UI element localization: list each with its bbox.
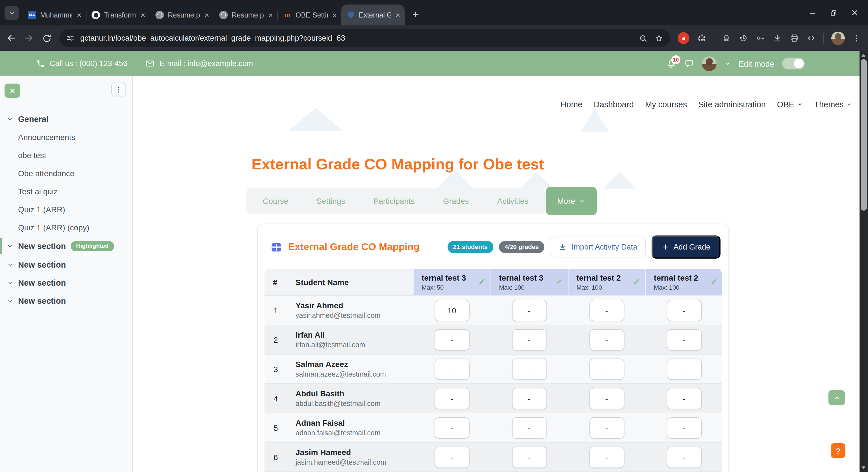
tab-course[interactable]: Course: [249, 197, 302, 205]
grade-input[interactable]: [666, 417, 702, 438]
sitemap-icon[interactable]: [722, 33, 731, 43]
sidebar-item[interactable]: Quiz 1 (ARR) (copy): [0, 218, 132, 237]
nav-link-my-courses[interactable]: My courses: [645, 100, 687, 109]
sidebar-item[interactable]: Announcements: [0, 128, 132, 146]
grade-input[interactable]: [434, 417, 469, 438]
sidebar-item[interactable]: Obe attendance: [0, 164, 132, 182]
tab-close-icon[interactable]: [268, 12, 274, 18]
grade-input[interactable]: [666, 358, 702, 380]
page-scrollbar[interactable]: [860, 51, 868, 472]
grade-input[interactable]: [589, 358, 624, 380]
tab-close-icon[interactable]: [204, 12, 210, 18]
minimize-icon[interactable]: [809, 9, 816, 16]
bookmark-star-icon[interactable]: [654, 34, 663, 43]
chevron-down-icon[interactable]: [7, 116, 13, 123]
grade-input[interactable]: [434, 329, 469, 350]
scrollbar-up-arrow[interactable]: [861, 54, 866, 57]
grade-input[interactable]: [512, 358, 547, 380]
sidebar-section[interactable]: General: [0, 110, 132, 128]
edit-grade-column-icon[interactable]: [556, 278, 563, 285]
extensions-icon[interactable]: [697, 33, 706, 43]
user-menu-chevron-icon[interactable]: [724, 60, 731, 67]
nav-link-dashboard[interactable]: Dashboard: [594, 100, 634, 109]
grade-input[interactable]: [666, 329, 702, 350]
messages-icon[interactable]: [684, 59, 694, 68]
url-text[interactable]: gctanur.in/local/obe_autocalculator/exte…: [80, 34, 633, 42]
edit-grade-column-icon[interactable]: [710, 278, 718, 285]
site-settings-icon[interactable]: [66, 34, 74, 42]
tab-search-button[interactable]: [4, 6, 19, 20]
notifications-bell-icon[interactable]: 10: [666, 59, 676, 69]
printer-icon[interactable]: [789, 33, 799, 43]
browser-tab[interactable]: OBE Settings for BCA: [278, 4, 341, 25]
tab-close-icon[interactable]: [332, 12, 337, 18]
chevron-down-icon[interactable]: [7, 261, 13, 268]
chevron-down-icon[interactable]: [7, 297, 13, 304]
help-button[interactable]: ?: [831, 443, 845, 458]
sidebar-item[interactable]: obe test: [0, 146, 132, 164]
history-icon[interactable]: [739, 33, 748, 43]
import-activity-data-button[interactable]: Import Activity Data: [550, 237, 646, 258]
key-icon[interactable]: [755, 33, 765, 43]
grade-input[interactable]: [512, 329, 547, 350]
grade-input[interactable]: [512, 417, 547, 438]
sidebar-section[interactable]: New section: [0, 274, 132, 292]
close-window-icon[interactable]: [850, 8, 859, 17]
address-bar[interactable]: gctanur.in/local/obe_autocalculator/exte…: [59, 29, 670, 47]
add-grade-button[interactable]: Add Grade: [651, 235, 720, 259]
browser-tab[interactable]: External Grade CO Ma: [341, 4, 405, 25]
grade-input[interactable]: [589, 446, 624, 468]
new-tab-button[interactable]: [408, 7, 423, 22]
scrollbar-thumb[interactable]: [861, 59, 867, 211]
tab-participants[interactable]: Participants: [359, 197, 429, 205]
grade-input[interactable]: [512, 446, 547, 468]
browser-menu-icon[interactable]: [852, 34, 861, 43]
back-icon[interactable]: [6, 33, 17, 43]
edit-mode-toggle[interactable]: [782, 58, 805, 69]
edit-grade-column-icon[interactable]: [633, 278, 640, 285]
scrollbar-down-arrow[interactable]: [861, 466, 866, 469]
grade-input[interactable]: [666, 300, 702, 321]
user-avatar[interactable]: [702, 56, 717, 71]
chevron-down-icon[interactable]: [7, 279, 13, 286]
edit-grade-column-icon[interactable]: [478, 278, 486, 285]
nav-link-home[interactable]: Home: [561, 100, 582, 109]
tab-close-icon[interactable]: [76, 12, 82, 18]
sidebar-item[interactable]: Quiz 1 (ARR): [0, 200, 132, 218]
zoom-out-icon[interactable]: [639, 34, 648, 43]
code-icon[interactable]: [806, 33, 816, 43]
sidebar-section[interactable]: New section: [0, 256, 132, 274]
sidebar-section[interactable]: New section: [0, 292, 132, 310]
nav-dropdown-themes[interactable]: Themes: [814, 100, 852, 109]
browser-tab[interactable]: Resume.pdf: [214, 4, 277, 25]
grade-input[interactable]: [434, 358, 469, 380]
tab-close-icon[interactable]: [395, 12, 401, 18]
tab-grades[interactable]: Grades: [429, 197, 483, 205]
grade-input[interactable]: [666, 446, 702, 468]
close-drawer-button[interactable]: [4, 83, 20, 98]
tab-settings[interactable]: Settings: [302, 197, 359, 205]
reload-icon[interactable]: [42, 33, 52, 43]
grade-input[interactable]: [589, 417, 624, 438]
download-icon[interactable]: [773, 33, 782, 43]
grade-input[interactable]: [434, 446, 469, 468]
nav-link-site-administration[interactable]: Site administration: [698, 100, 766, 109]
forward-icon[interactable]: [24, 33, 34, 43]
browser-tab[interactable]: Muhammed Aflah - Re: [23, 4, 86, 25]
grade-input[interactable]: [512, 300, 547, 321]
tab-more[interactable]: More: [546, 187, 597, 215]
nav-dropdown-obe[interactable]: OBE: [777, 100, 803, 109]
grade-input[interactable]: [589, 300, 624, 321]
grade-input[interactable]: [512, 387, 547, 409]
tab-close-icon[interactable]: [140, 12, 146, 18]
grade-input[interactable]: [434, 387, 469, 409]
back-to-top-button[interactable]: [829, 390, 845, 405]
adblock-icon[interactable]: [678, 32, 689, 44]
grade-input[interactable]: [589, 329, 624, 350]
chevron-down-icon[interactable]: [7, 243, 13, 249]
restore-icon[interactable]: [830, 9, 837, 16]
grade-input[interactable]: [666, 387, 702, 409]
browser-tab[interactable]: Transform README in: [87, 4, 150, 25]
drawer-menu-button[interactable]: [111, 82, 126, 97]
grade-input[interactable]: [589, 387, 624, 409]
